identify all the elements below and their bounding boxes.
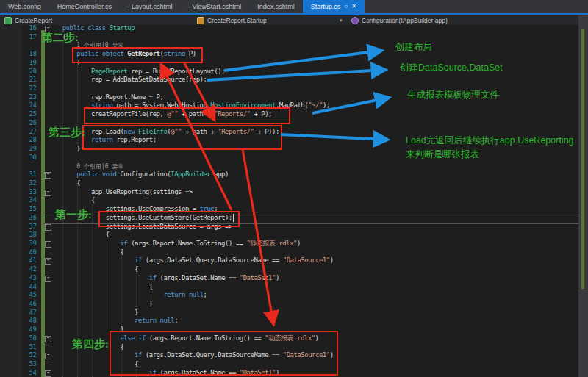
code-line-46[interactable]: 46} xyxy=(0,300,578,309)
line-number: 32 xyxy=(0,179,37,188)
line-number: 23 xyxy=(0,93,37,102)
line-number: 40 xyxy=(0,248,37,257)
code-text: 0 个引用|0 异常 xyxy=(48,162,123,171)
scrollbar-change-marks xyxy=(581,29,584,289)
tab-label: _Layout.cshtml xyxy=(128,3,173,10)
line-number: 21 xyxy=(0,76,37,85)
line-number: 31 xyxy=(0,170,37,179)
code-text: return null; xyxy=(48,317,178,326)
annotation-note-5: 来判断是哪张报表 xyxy=(406,148,479,161)
code-line-37[interactable]: 37−settings.LocateDataSource = args => xyxy=(0,223,578,231)
line-number: 39 xyxy=(0,240,37,248)
tab--layout-cshtml[interactable]: _Layout.cshtml xyxy=(120,0,181,13)
line-number: 52 xyxy=(0,351,37,360)
tab-close-icon[interactable]: ✕ xyxy=(351,4,356,10)
codelens-row[interactable]: 0 个引用|0 异常 xyxy=(0,162,578,171)
code-text: } xyxy=(48,300,153,309)
project-dropdown-label: CreateReport xyxy=(15,17,52,24)
annotation-box-elseif-block xyxy=(110,331,338,376)
code-text: { xyxy=(48,265,138,274)
line-number: 26 xyxy=(0,119,37,128)
code-line-45[interactable]: 45return null; xyxy=(0,291,578,300)
line-number: 33 xyxy=(0,188,37,197)
code-text: } xyxy=(48,145,80,154)
code-text: if (args.DataSet.Name == "DataSet1") xyxy=(48,274,279,283)
code-line-30[interactable]: 30 xyxy=(0,154,578,162)
code-line-16[interactable]: 16−public class Startup xyxy=(0,24,578,33)
project-icon xyxy=(4,17,12,24)
tab-label: Startup.cs xyxy=(311,3,341,10)
tab-homecontroller-cs[interactable]: HomeController.cs xyxy=(49,0,120,13)
annotation-note-3: 生成报表模板物理文件 xyxy=(407,89,499,101)
chevron-down-icon[interactable]: ▾ xyxy=(340,18,343,24)
fold-collapse-icon[interactable]: − xyxy=(45,172,51,179)
code-text: { xyxy=(48,231,110,240)
code-line-41[interactable]: 41−if (args.DataSet.Query.DataSourceName… xyxy=(0,256,578,265)
fold-collapse-icon[interactable]: − xyxy=(45,258,51,265)
code-text: public void Configuration(IAppBuilder ap… xyxy=(48,170,229,179)
line-number: 49 xyxy=(0,326,37,334)
code-line-33[interactable]: 33−app.UseReporting(settings => xyxy=(0,188,578,197)
annotation-box-creatreportfile xyxy=(84,107,290,124)
code-text: { xyxy=(48,283,153,292)
tab-index-cshtml[interactable]: Index.cshtml xyxy=(249,0,303,13)
annotation-note-2: 创建DataSource,DataSet xyxy=(400,62,503,74)
code-text: return null; xyxy=(48,291,207,300)
code-text: { xyxy=(48,248,123,257)
line-number: 38 xyxy=(0,231,37,240)
line-number: 45 xyxy=(0,291,37,300)
line-number: 17 xyxy=(0,33,37,42)
code-line-32[interactable]: 32{ xyxy=(0,179,578,188)
code-text: app.UseReporting(settings => xyxy=(48,188,193,197)
tab-startup-cs[interactable]: Startup.cs○✕ xyxy=(303,0,365,13)
code-line-34[interactable]: 34{ xyxy=(0,196,578,205)
line-number: 54 xyxy=(0,369,37,377)
code-text: { xyxy=(48,179,80,188)
fold-collapse-icon[interactable]: − xyxy=(45,353,51,359)
fold-collapse-icon[interactable]: − xyxy=(45,276,51,282)
tab-label: _ViewStart.cshtml xyxy=(188,3,241,10)
step-label-3: 第一步: xyxy=(55,208,92,222)
code-line-17[interactable]: 17{ xyxy=(0,33,578,42)
line-number: 22 xyxy=(0,85,37,93)
fold-collapse-icon[interactable]: − xyxy=(45,190,51,196)
code-editor[interactable]: 16−public class Startup17{1 个引用|0 异常18pu… xyxy=(0,24,578,377)
fold-collapse-icon[interactable]: − xyxy=(45,241,51,248)
fold-collapse-icon[interactable]: − xyxy=(45,336,51,342)
code-text: rep = AddDataSetDataSource(rep); xyxy=(48,76,207,85)
tab-web-config[interactable]: Web.config xyxy=(0,0,49,13)
annotation-note-4: Load完返回后继续执行app.UseReporting xyxy=(406,134,574,147)
code-text: rep.Report.Name = P; xyxy=(48,93,163,102)
code-line-38[interactable]: 38{ xyxy=(0,231,578,240)
code-line-39[interactable]: 39−if (args.Report.Name.ToString() == "静… xyxy=(0,240,578,248)
class-icon xyxy=(197,17,204,24)
tab-pin-icon[interactable]: ○ xyxy=(344,4,348,10)
code-line-42[interactable]: 42{ xyxy=(0,265,578,274)
code-line-21[interactable]: 21rep = AddDataSetDataSource(rep); xyxy=(0,76,578,85)
line-number: 35 xyxy=(0,205,37,214)
line-number: 19 xyxy=(0,59,37,68)
member-dropdown-label: Configuration(IAppBuilder app) xyxy=(362,17,448,24)
code-line-44[interactable]: 44{ xyxy=(0,283,578,292)
visual-studio-window: Web.configHomeController.cs_Layout.cshtm… xyxy=(0,0,588,377)
code-line-31[interactable]: 31−public void Configuration(IAppBuilder… xyxy=(0,170,578,179)
tab-label: Web.config xyxy=(8,3,41,10)
step-label-4: 第四步: xyxy=(72,337,109,351)
line-number: 36 xyxy=(0,214,37,223)
tab--viewstart-cshtml[interactable]: _ViewStart.cshtml xyxy=(180,0,249,13)
line-number xyxy=(0,41,37,50)
line-number: 47 xyxy=(0,309,37,317)
line-number: 18 xyxy=(0,50,37,59)
code-line-40[interactable]: 40{ xyxy=(0,248,578,257)
code-line-47[interactable]: 47} xyxy=(0,309,578,317)
fold-collapse-icon[interactable]: − xyxy=(45,224,51,231)
tab-label: Index.cshtml xyxy=(257,3,295,10)
line-number: 53 xyxy=(0,360,37,369)
code-text: PageReport rep = BuildReportLayout(); xyxy=(48,68,225,76)
annotation-box-repload-return xyxy=(82,125,282,150)
code-line-43[interactable]: 43−if (args.DataSet.Name == "DataSet1") xyxy=(0,274,578,283)
code-line-48[interactable]: 48return null; xyxy=(0,317,578,326)
annotation-box-usecustomstore xyxy=(98,211,240,227)
fold-collapse-icon[interactable]: − xyxy=(45,370,51,377)
line-number: 46 xyxy=(0,300,37,309)
